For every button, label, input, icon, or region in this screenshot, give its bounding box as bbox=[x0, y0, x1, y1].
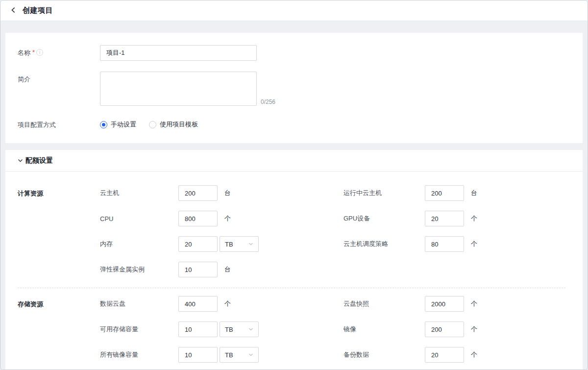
image-quota-input[interactable] bbox=[425, 321, 464, 337]
compute-resources-group: 计算资源 云主机 台 CPU 个 bbox=[18, 185, 570, 287]
running-vm-quota-input[interactable] bbox=[425, 185, 464, 201]
unit-label: 个 bbox=[471, 299, 477, 308]
radio-use-template[interactable]: 使用项目模板 bbox=[149, 120, 198, 129]
config-mode-label: 项目配置方式 bbox=[18, 117, 100, 129]
radio-selected-icon bbox=[100, 121, 107, 128]
quota-section-header[interactable]: 配额设置 bbox=[5, 150, 583, 172]
config-mode-row: 项目配置方式 手动设置 使用项目模板 bbox=[18, 117, 570, 129]
quota-row-vm: 云主机 台 bbox=[100, 185, 343, 201]
char-counter: 0/256 bbox=[261, 98, 275, 106]
storage-group-label: 存储资源 bbox=[18, 296, 100, 370]
name-label: 名称*i bbox=[18, 45, 100, 61]
unit-label: 台 bbox=[224, 265, 231, 274]
memory-unit-select[interactable]: TB bbox=[220, 236, 259, 252]
quota-row-running-vm: 运行中云主机 台 bbox=[343, 185, 570, 201]
unit-label: 个 bbox=[471, 350, 477, 359]
info-icon[interactable]: i bbox=[36, 49, 43, 56]
unit-label: 个 bbox=[224, 214, 231, 223]
memory-quota-input[interactable] bbox=[178, 236, 218, 252]
radio-unselected-icon bbox=[149, 121, 156, 128]
quota-row-image: 镜像 个 bbox=[343, 321, 570, 337]
snapshot-quota-input[interactable] bbox=[425, 296, 464, 312]
description-textarea[interactable] bbox=[100, 72, 257, 106]
name-input[interactable] bbox=[100, 45, 257, 61]
chevron-down-icon bbox=[248, 351, 253, 359]
back-button[interactable] bbox=[8, 4, 19, 17]
quota-card: 配额设置 计算资源 云主机 台 CPU 个 bbox=[5, 150, 583, 370]
available-storage-unit-select[interactable]: TB bbox=[220, 321, 259, 337]
radio-manual-setup[interactable]: 手动设置 bbox=[100, 120, 136, 129]
quota-row-cpu: CPU 个 bbox=[100, 211, 343, 226]
unit-label: 台 bbox=[471, 189, 477, 197]
config-mode-radio-group: 手动设置 使用项目模板 bbox=[100, 117, 198, 129]
vm-quota-input[interactable] bbox=[178, 185, 218, 201]
quota-row-image-capacity: 所有镜像容量 TB bbox=[100, 347, 343, 363]
image-capacity-quota-input[interactable] bbox=[178, 347, 218, 363]
quota-row-data-volume: 数据云盘 个 bbox=[100, 296, 343, 312]
chevron-down-icon bbox=[248, 241, 253, 248]
quota-row-snapshot: 云盘快照 个 bbox=[343, 296, 570, 312]
group-divider bbox=[18, 288, 565, 288]
required-mark: * bbox=[32, 49, 35, 56]
description-row: 简介 0/256 bbox=[18, 72, 570, 106]
basic-info-card: 名称*i 简介 0/256 项目配置方式 手动设置 bbox=[5, 33, 583, 143]
baremetal-quota-input[interactable] bbox=[178, 262, 218, 277]
quota-row-available-storage: 可用存储容量 TB bbox=[100, 321, 343, 337]
quota-row-scheduling-policy: 云主机调度策略 个 bbox=[343, 236, 570, 252]
page-header: 创建项目 bbox=[0, 0, 588, 21]
data-volume-quota-input[interactable] bbox=[178, 296, 218, 312]
page-title: 创建项目 bbox=[23, 6, 53, 15]
chevron-down-icon bbox=[248, 326, 253, 333]
chevron-down-icon bbox=[18, 156, 23, 165]
quota-section-title: 配额设置 bbox=[25, 156, 53, 165]
quota-row-memory: 内存 TB bbox=[100, 236, 343, 252]
quota-row-backup: 备份数据 个 bbox=[343, 347, 570, 363]
description-wrap: 0/256 bbox=[100, 72, 275, 106]
unit-label: 个 bbox=[471, 240, 477, 248]
unit-label: 台 bbox=[224, 189, 231, 197]
unit-label: 个 bbox=[471, 325, 477, 334]
quota-body: 计算资源 云主机 台 CPU 个 bbox=[5, 172, 583, 370]
unit-label: 个 bbox=[224, 299, 231, 308]
description-label: 简介 bbox=[18, 72, 100, 106]
quota-row-baremetal: 弹性裸金属实例 台 bbox=[100, 262, 343, 277]
scheduling-policy-quota-input[interactable] bbox=[425, 236, 464, 252]
name-row: 名称*i bbox=[18, 45, 570, 61]
cpu-quota-input[interactable] bbox=[178, 211, 218, 226]
chevron-left-icon bbox=[10, 6, 17, 15]
storage-resources-group: 存储资源 数据云盘 个 可用存储容量 TB bbox=[18, 296, 570, 370]
unit-label: 个 bbox=[471, 214, 477, 223]
image-capacity-unit-select[interactable]: TB bbox=[220, 347, 259, 363]
quota-row-gpu: GPU设备 个 bbox=[343, 211, 570, 226]
available-storage-quota-input[interactable] bbox=[178, 321, 218, 337]
gpu-quota-input[interactable] bbox=[425, 211, 464, 226]
backup-quota-input[interactable] bbox=[425, 347, 464, 363]
compute-group-label: 计算资源 bbox=[18, 185, 100, 287]
create-project-page: 创建项目 名称*i 简介 0/256 项目配置方式 bbox=[0, 0, 588, 370]
